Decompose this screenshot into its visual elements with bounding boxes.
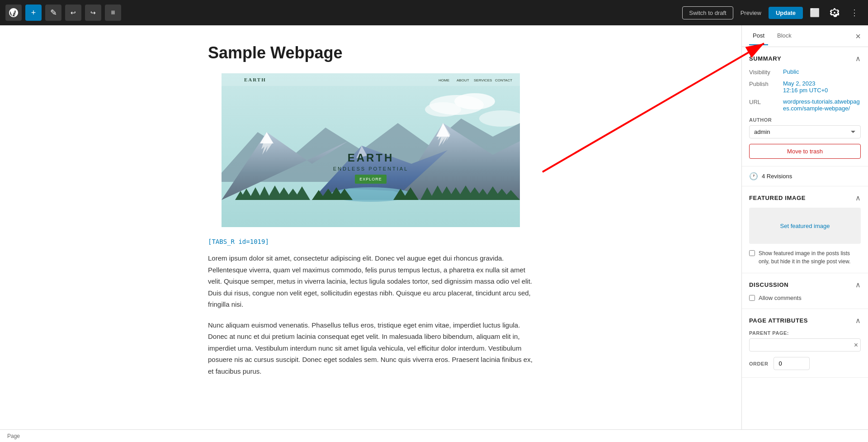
edit-button[interactable]: ✎ xyxy=(45,5,61,21)
page-attributes-title: Page Attributes xyxy=(749,317,808,324)
summary-header: Summary ∧ xyxy=(749,54,861,63)
visibility-label: Visibility xyxy=(749,68,783,76)
page-attributes-toggle[interactable]: ∧ xyxy=(855,316,861,325)
tab-post[interactable]: Post xyxy=(749,27,768,45)
featured-image-checkbox-row: Show featured image in the posts lists o… xyxy=(749,249,861,266)
url-row: URL wordpress-tutorials.atwebpages.com/s… xyxy=(749,98,861,112)
status-bar: Page xyxy=(0,429,868,442)
svg-text:EARTH: EARTH xyxy=(348,152,394,164)
view-toggle-button[interactable]: ⬜ xyxy=(807,5,823,21)
tab-block[interactable]: Block xyxy=(774,27,795,45)
url-label: URL xyxy=(749,98,783,105)
add-block-button[interactable]: + xyxy=(25,5,42,21)
move-to-trash-button[interactable]: Move to trash xyxy=(749,144,861,159)
featured-image-checkbox[interactable] xyxy=(749,250,755,256)
settings-button[interactable] xyxy=(826,5,843,21)
redo-button[interactable]: ↪ xyxy=(85,5,101,21)
paragraph-2[interactable]: Nunc aliquam euismod venenatis. Phasellu… xyxy=(208,319,533,377)
svg-text:EXPLORE: EXPLORE xyxy=(359,177,382,181)
right-panel: Post Block × Summary ∧ Visibility Public… xyxy=(741,25,868,429)
summary-section: Summary ∧ Visibility Public Publish May … xyxy=(742,47,868,166)
allow-comments-label: Allow comments xyxy=(759,295,802,301)
undo-button[interactable]: ↩ xyxy=(65,5,81,21)
svg-text:ABOUT: ABOUT xyxy=(457,78,469,82)
page-attributes-section: Page Attributes ∧ PARENT PAGE: × ORDER xyxy=(742,309,868,378)
editor-content: Sample Webpage xyxy=(208,43,533,386)
wp-logo[interactable] xyxy=(5,5,22,21)
parent-page-label: PARENT PAGE: xyxy=(749,330,861,336)
summary-title: Summary xyxy=(749,55,781,62)
shortcode-block[interactable]: [TABS_R id=1019] xyxy=(208,238,533,245)
order-label: ORDER xyxy=(749,361,768,366)
toolbar-left: + ✎ ↩ ↪ ≡ xyxy=(5,5,121,21)
svg-text:ENDLESS POTENTIAL: ENDLESS POTENTIAL xyxy=(333,166,409,171)
toolbar: + ✎ ↩ ↪ ≡ Switch to draft Preview Update… xyxy=(0,0,868,25)
featured-image-block: EARTH HOME ABOUT SERVICES CONTACT EARTH … xyxy=(208,73,533,229)
more-options-button[interactable]: ⋮ xyxy=(846,5,863,21)
svg-text:EARTH: EARTH xyxy=(244,77,266,82)
publish-label: Publish xyxy=(749,80,783,87)
svg-point-2 xyxy=(454,93,495,109)
author-select[interactable]: admin xyxy=(749,125,861,138)
list-view-button[interactable]: ≡ xyxy=(105,5,121,21)
main-layout: Sample Webpage xyxy=(0,25,868,429)
publish-value[interactable]: May 2, 2023 12:16 pm UTC+0 xyxy=(783,80,861,94)
page-attributes-header: Page Attributes ∧ xyxy=(749,316,861,325)
paragraph-1[interactable]: Lorem ipsum dolor sit amet, consectetur … xyxy=(208,252,533,310)
svg-text:HOME: HOME xyxy=(439,78,449,82)
url-value[interactable]: wordpress-tutorials.atwebpages.com/sampl… xyxy=(783,98,861,112)
revisions-section[interactable]: 🕐 4 Revisions xyxy=(742,166,868,186)
publish-time: 12:16 pm UTC+0 xyxy=(783,87,828,94)
allow-comments-row: Allow comments xyxy=(749,295,861,301)
featured-image-header: Featured image ∧ xyxy=(749,194,861,202)
order-row: ORDER xyxy=(749,357,861,370)
panel-tabs: Post Block × xyxy=(742,25,868,47)
discussion-title: Discussion xyxy=(749,281,788,288)
author-section: AUTHOR admin xyxy=(749,117,861,138)
parent-page-input[interactable] xyxy=(749,338,861,352)
parent-page-input-wrapper: × xyxy=(749,338,861,352)
discussion-header: Discussion ∧ xyxy=(749,280,861,289)
revisions-icon: 🕐 xyxy=(749,172,758,181)
featured-image-checkbox-label: Show featured image in the posts lists o… xyxy=(759,249,861,266)
featured-image-section: Featured image ∧ Set featured image Show… xyxy=(742,186,868,273)
post-title[interactable]: Sample Webpage xyxy=(208,43,533,62)
visibility-value[interactable]: Public xyxy=(783,68,861,75)
status-label: Page xyxy=(7,433,20,439)
svg-text:SERVICES: SERVICES xyxy=(474,78,492,82)
allow-comments-checkbox[interactable] xyxy=(749,295,755,301)
svg-point-3 xyxy=(425,102,461,117)
preview-button[interactable]: Preview xyxy=(737,7,765,19)
author-label: AUTHOR xyxy=(749,117,861,123)
clear-parent-page-button[interactable]: × xyxy=(854,341,858,349)
summary-toggle[interactable]: ∧ xyxy=(855,54,861,63)
panel-close-button[interactable]: × xyxy=(855,32,861,41)
publish-date: May 2, 2023 xyxy=(783,80,816,87)
discussion-toggle[interactable]: ∧ xyxy=(855,280,861,289)
switch-to-draft-button[interactable]: Switch to draft xyxy=(682,6,733,19)
revisions-label: 4 Revisions xyxy=(762,173,792,180)
editor-area[interactable]: Sample Webpage xyxy=(0,25,741,429)
discussion-section: Discussion ∧ Allow comments xyxy=(742,273,868,309)
featured-image-toggle[interactable]: ∧ xyxy=(855,194,861,202)
set-featured-image-button[interactable]: Set featured image xyxy=(749,208,861,244)
update-button[interactable]: Update xyxy=(769,7,803,19)
svg-text:CONTACT: CONTACT xyxy=(495,78,512,82)
toolbar-right: Switch to draft Preview Update ⬜ ⋮ xyxy=(682,5,863,21)
order-input[interactable] xyxy=(774,357,810,370)
publish-row: Publish May 2, 2023 12:16 pm UTC+0 xyxy=(749,80,861,94)
featured-image-title: Featured image xyxy=(749,195,806,201)
visibility-row: Visibility Public xyxy=(749,68,861,76)
